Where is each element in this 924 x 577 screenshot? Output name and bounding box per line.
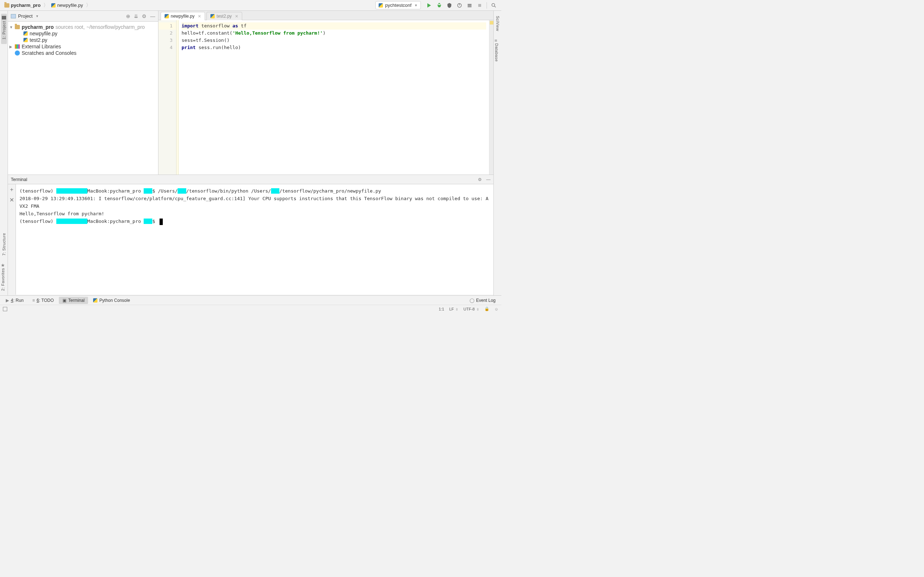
toolwindows-toggle-button[interactable] (3, 307, 7, 311)
tree-scratches-row[interactable]: Scratches and Consoles (10, 50, 157, 56)
separator (486, 2, 487, 9)
line-separator-selector[interactable]: LF ⇳ (449, 307, 459, 311)
code-area[interactable]: 1 2 3 4 import tensorflow as tfhello=tf.… (158, 20, 493, 174)
project-view-icon (11, 14, 16, 18)
project-view-selector[interactable]: Project (18, 13, 32, 19)
tab-label: 4: Run (11, 298, 23, 303)
navigation-bar: pycharm_pro 〉 newpyfile.py 〉 pychtestcon… (0, 0, 501, 11)
database-toolwindow-tab[interactable]: ≡ Database (494, 36, 501, 66)
cursor-position[interactable]: 1:1 (439, 307, 444, 311)
collapse-all-button[interactable]: ⇊ (134, 13, 138, 19)
coverage-icon (446, 3, 452, 8)
python-icon (379, 3, 383, 8)
breadcrumb-root-label: pycharm_pro (11, 3, 40, 8)
breadcrumb-file-label: newpyfile.py (57, 3, 83, 8)
run-configuration-selector[interactable]: pychtestconf ▼ (375, 1, 421, 10)
scratches-label: Scratches and Consoles (22, 50, 76, 56)
close-icon[interactable]: ✕ (235, 14, 238, 19)
error-stripe[interactable] (489, 20, 493, 174)
encoding-selector[interactable]: UTF-8 ⇳ (464, 307, 479, 311)
event-log-toolwindow-tab[interactable]: ◯ Event Log (466, 297, 499, 304)
python-icon (23, 38, 28, 42)
terminal-settings-button[interactable]: ⚙ (478, 177, 482, 182)
t: tf (238, 23, 247, 29)
project-tree[interactable]: ▼ pycharm_pro sources root, ~/tensorflow… (8, 22, 158, 58)
warning-marker[interactable] (490, 21, 493, 24)
close-session-button[interactable]: ✕ (10, 197, 14, 203)
read-only-toggle[interactable]: 🔒 (485, 306, 489, 311)
run-button[interactable] (426, 2, 432, 9)
profile-button[interactable] (456, 2, 463, 9)
scratches-icon (15, 50, 20, 56)
t: hello=tf.constant( (181, 30, 233, 36)
hide-button[interactable]: — (150, 13, 155, 19)
t: /tensorflow/bin/python /Users/ (186, 188, 271, 193)
structure-toolwindow-tab[interactable]: 7: Structure (1, 231, 7, 260)
editor-tab-active[interactable]: newpyfile.py ✕ (161, 12, 205, 20)
project-panel-header: Project ▼ ⊕ ⇊ ⚙ — (8, 11, 158, 22)
redacted: XXX (144, 188, 152, 193)
todo-toolwindow-tab[interactable]: ≡ 6: TODO (29, 297, 57, 304)
terminal-toolwindow-tab[interactable]: ▣ Terminal (59, 297, 88, 304)
sciview-toolwindow-tab[interactable]: SciView (495, 14, 501, 36)
breadcrumb-file[interactable]: newpyfile.py (49, 2, 85, 9)
project-tool-window: Project ▼ ⊕ ⇊ ⚙ — ▼ pycharm_pro (8, 11, 158, 174)
run-toolwindow-tab[interactable]: ▶ 4: Run (2, 297, 27, 304)
redacted: XXX (271, 188, 279, 193)
close-icon[interactable]: ✕ (198, 14, 201, 19)
settings-button[interactable]: ⚙ (142, 13, 147, 19)
tab-label: SciView (496, 16, 500, 31)
line-number-gutter: 1 2 3 4 (158, 20, 176, 174)
run-with-coverage-button[interactable] (446, 2, 452, 9)
tab-label: 1: Project (2, 21, 6, 39)
line-number: 2 (158, 29, 173, 37)
t: 2018-09-29 13:29:49.133601: I tensorflow… (19, 196, 488, 209)
debug-button[interactable] (436, 2, 443, 9)
bottom-tool-strip: ▶ 4: Run ≡ 6: TODO ▣ Terminal Python Con… (0, 295, 501, 305)
editor-tab[interactable]: test2.py ✕ (207, 12, 242, 20)
kw-print: print (181, 45, 195, 50)
inspections-indicator[interactable]: ☺ (494, 307, 498, 311)
t: $ /Users/ (152, 188, 178, 193)
tree-root-row[interactable]: ▼ pycharm_pro sources root, ~/tensorflow… (10, 24, 157, 30)
python-console-toolwindow-tab[interactable]: Python Console (89, 297, 134, 304)
python-icon (210, 14, 215, 18)
expand-icon[interactable]: ▶ (10, 45, 13, 49)
concurrency-button[interactable] (466, 2, 473, 9)
code-text[interactable]: import tensorflow as tfhello=tf.constant… (179, 20, 489, 174)
external-libs-label: External Libraries (22, 44, 61, 49)
svg-rect-1 (478, 4, 481, 7)
terminal-title: Terminal (11, 177, 478, 182)
run-config-label: pychtestconf (385, 3, 412, 8)
t: $ (152, 219, 158, 224)
root-path: ~/tensorflow/pycharm_pro (87, 24, 145, 30)
new-session-button[interactable]: + (10, 187, 13, 193)
tree-file-row[interactable]: test2.py (10, 37, 157, 43)
redacted: XXX (144, 219, 152, 224)
stop-icon (477, 3, 483, 8)
terminal-tool-window: Terminal ⚙ — + ✕ (tensorflow) XXXXXXXXXX… (8, 174, 493, 295)
breadcrumb-root[interactable]: pycharm_pro (2, 2, 43, 9)
tree-file-row[interactable]: newpyfile.py (10, 30, 157, 37)
editor: newpyfile.py ✕ test2.py ✕ 1 2 3 4 (158, 11, 493, 174)
python-icon (93, 298, 97, 303)
terminal-output[interactable]: (tensorflow) XXXXXXXXXXXMacBook:pycharm_… (16, 184, 493, 295)
play-icon (427, 3, 431, 8)
project-toolwindow-tab[interactable]: 1: Project (1, 14, 7, 44)
search-everywhere-button[interactable] (491, 2, 497, 9)
expand-icon[interactable]: ▼ (10, 25, 13, 29)
stop-button[interactable] (477, 2, 483, 9)
chevron-down-icon: ▼ (36, 15, 39, 18)
chevron-icon: ⇳ (455, 308, 459, 311)
star-icon: ★ (1, 263, 5, 268)
terminal-hide-button[interactable]: — (486, 177, 491, 182)
locate-button[interactable]: ⊕ (126, 13, 130, 19)
tree-external-libs-row[interactable]: ▶ External Libraries (10, 43, 157, 50)
breadcrumb-separator-icon: 〉 (43, 2, 48, 9)
file-name: test2.py (30, 37, 47, 43)
t: (tensorflow) (19, 219, 56, 224)
t: sess=tf.Session() (181, 37, 229, 43)
favorites-toolwindow-tab[interactable]: ★ 2: Favorites (0, 260, 8, 295)
t: ) (323, 30, 326, 36)
terminal-icon: ▣ (63, 298, 66, 303)
